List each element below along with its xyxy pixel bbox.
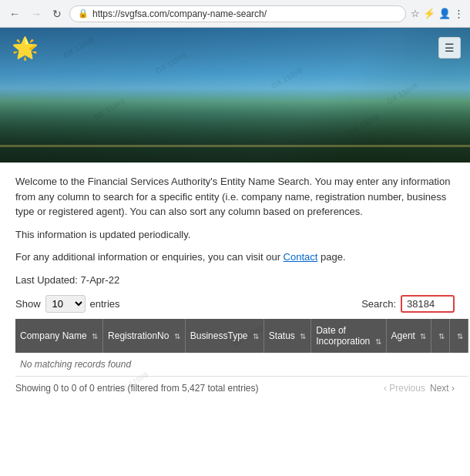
col-status[interactable]: Status ⇅ <box>264 319 311 353</box>
contact-link[interactable]: Contact <box>284 251 318 263</box>
col-company-name[interactable]: Company Name ⇅ <box>15 319 103 353</box>
profile-icon[interactable]: 👤 <box>438 8 451 19</box>
col-extra2[interactable]: ⇅ <box>450 319 468 353</box>
entries-select[interactable]: 10 25 50 100 <box>45 295 86 313</box>
search-input[interactable] <box>401 295 455 313</box>
url-text: https://svgfsa.com/company-name-search/ <box>92 8 398 19</box>
sort-arrows-btype: ⇅ <box>253 332 259 340</box>
col-date-incorporation[interactable]: Date ofIncorporation ⇅ <box>311 319 386 353</box>
show-entries-control: Show 10 25 50 100 entries <box>15 295 120 313</box>
no-records-row: No matching records found <box>15 353 468 377</box>
sort-arrows-agent: ⇅ <box>420 332 426 340</box>
data-table: Company Name ⇅ RegistrationNo ⇅ Business… <box>15 319 468 377</box>
entries-label: entries <box>90 298 120 310</box>
sort-arrows-extra1: ⇅ <box>438 332 445 340</box>
next-button[interactable]: Next › <box>430 383 455 394</box>
pagination: ‹ Previous Next › <box>384 383 455 394</box>
col-registration-no[interactable]: RegistrationNo ⇅ <box>103 319 186 353</box>
table-header-row: Company Name ⇅ RegistrationNo ⇅ Business… <box>15 319 468 353</box>
table-footer: Showing 0 to 0 of 0 entries (filtered fr… <box>15 383 455 394</box>
bookmark-icon[interactable]: ☆ <box>411 8 420 19</box>
sort-arrows-reg: ⇅ <box>174 332 180 340</box>
site-header-banner: 🌟 ☰ DX 110#8 DX 110#8 DX 110#8 DX 110#8 … <box>0 28 470 163</box>
address-bar[interactable]: 🔒 https://svgfsa.com/company-name-search… <box>69 5 406 22</box>
site-logo: 🌟 <box>12 35 39 61</box>
col-business-type[interactable]: BusinessType ⇅ <box>185 319 264 353</box>
extensions-icon[interactable]: ⚡ <box>423 8 435 19</box>
hamburger-icon: ☰ <box>445 42 455 54</box>
previous-button[interactable]: ‹ Previous <box>384 383 425 394</box>
search-box: Search: <box>361 295 455 313</box>
contact-paragraph: For any additional information or enquir… <box>15 250 455 265</box>
col-extra1[interactable]: ⇅ <box>431 319 450 353</box>
show-label: Show <box>15 298 41 310</box>
intro-text: Welcome to the Financial Services Author… <box>15 174 455 220</box>
sort-arrows-status: ⇅ <box>300 332 306 340</box>
browser-action-buttons: ☆ ⚡ 👤 ⋮ <box>411 8 464 19</box>
main-content: DX 110#8 DX 110#8 DX 110#8 DX 110#8 DX 1… <box>0 163 470 405</box>
forward-button[interactable]: → <box>28 6 45 22</box>
header-menu-button[interactable]: ☰ <box>438 37 461 59</box>
browser-chrome: ← → ↻ 🔒 https://svgfsa.com/company-name-… <box>0 0 470 28</box>
col-agent[interactable]: Agent ⇅ <box>386 319 431 353</box>
update-note: This information is updated periodically… <box>15 227 455 243</box>
sort-arrows-company: ⇅ <box>92 332 98 340</box>
sort-arrows-extra2: ⇅ <box>457 332 463 340</box>
reload-button[interactable]: ↻ <box>49 6 65 22</box>
last-updated: Last Updated: 7-Apr-22 <box>15 273 455 288</box>
no-records-message: No matching records found <box>15 353 468 377</box>
menu-dots-icon[interactable]: ⋮ <box>454 8 464 19</box>
search-label: Search: <box>361 298 396 310</box>
logo-star-icon: 🌟 <box>12 35 39 61</box>
back-button[interactable]: ← <box>6 6 23 22</box>
showing-entries-text: Showing 0 to 0 of 0 entries (filtered fr… <box>15 383 259 394</box>
table-controls: Show 10 25 50 100 entries Search: <box>15 295 455 313</box>
sort-arrows-date: ⇅ <box>375 337 381 346</box>
lock-icon: 🔒 <box>78 8 89 18</box>
